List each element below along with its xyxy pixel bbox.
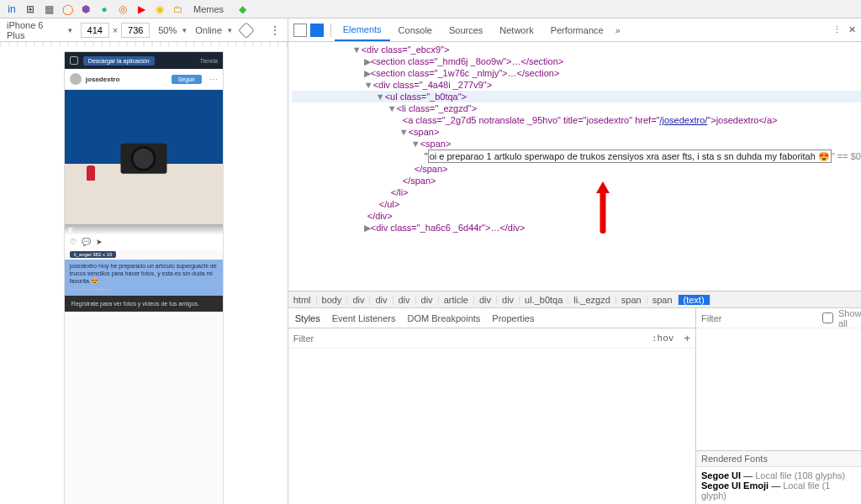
dom-node[interactable]: <div class="_4a48i _277v9"> [373, 80, 492, 90]
dom-node[interactable]: <span> [409, 127, 440, 137]
share-icon[interactable]: ➤ [96, 238, 103, 246]
dom-tree[interactable]: ▼<div class="_ebcx9"> ▶<section class="_… [288, 42, 861, 234]
dom-node[interactable]: <div class="_ebcx9"> [362, 45, 450, 55]
likes-badge[interactable]: li_angel 382 x 10 [70, 251, 116, 258]
bottom-panes: Styles Event Listeners DOM Breakpoints P… [288, 307, 861, 504]
annotation-arrow-icon [596, 175, 610, 234]
bookmark-icon[interactable]: ◯ [61, 3, 74, 16]
download-app-button[interactable]: Descargar la aplicación [83, 56, 155, 66]
tab-event-listeners[interactable]: Event Listeners [332, 313, 396, 323]
more-tabs-icon[interactable]: » [615, 25, 621, 35]
carousel-indicator-icon: ◧ [68, 226, 75, 234]
bookmark-icon[interactable]: ● [98, 3, 111, 16]
tab-properties[interactable]: Properties [492, 313, 534, 323]
bookmark-icon[interactable]: ◆ [235, 3, 249, 16]
crumb[interactable]: div [497, 295, 520, 305]
tab-sources[interactable]: Sources [441, 18, 491, 41]
kebab-icon[interactable]: ⋮ [832, 24, 842, 35]
post-header: josedextro Seguir ⋯ [65, 69, 223, 90]
close-icon[interactable]: ✕ [848, 24, 856, 35]
bookmark-icon[interactable]: in [5, 3, 18, 16]
comment-icon[interactable]: 💬 [82, 238, 91, 246]
crumb[interactable]: span [616, 295, 647, 305]
crumb[interactable]: html [288, 295, 317, 305]
devtools-pane: Elements Console Sources Network Perform… [288, 18, 861, 504]
rendered-fonts: Rendered Fonts Segoe UI — Local file (10… [696, 450, 861, 504]
hov-toggle[interactable]: :hov [652, 333, 674, 344]
bookmark-icon[interactable]: ▦ [42, 3, 55, 16]
store-link[interactable]: Tienda [200, 58, 218, 64]
bookmark-icon[interactable]: ⬢ [79, 3, 92, 16]
computed-filter-input[interactable] [701, 313, 817, 323]
username-link[interactable]: josedextro [86, 76, 119, 83]
dom-node[interactable]: </li> [391, 187, 409, 197]
dom-node[interactable]: <section class="_hmd6j _8oo9w">…</sectio… [371, 56, 563, 66]
dom-node[interactable]: <a class="_2g7d5 notranslate _95hvo" tit… [403, 115, 778, 125]
computed-pane: Show all Rendered Fonts Segoe UI — Local… [696, 308, 861, 504]
show-all-label: Show all [838, 308, 861, 328]
crumb[interactable]: ul._b0tqa [520, 295, 568, 305]
bookmark-icon[interactable]: ◎ [116, 3, 129, 16]
signup-overlay[interactable]: Regístrate para ver fotos y videos de tu… [65, 296, 223, 312]
phone-frame: Descargar la aplicación Tienda josedextr… [65, 52, 223, 504]
kebab-icon[interactable]: ⋮ [269, 24, 281, 37]
dom-node[interactable]: <section class="_1w76c _nlmjy">…</sectio… [371, 68, 560, 78]
emoji-icon: 😍 [818, 151, 830, 161]
breadcrumb[interactable]: html body div div div div article div di… [288, 291, 861, 307]
add-rule-icon[interactable]: + [684, 332, 690, 344]
tab-console[interactable]: Console [390, 18, 441, 41]
dom-node[interactable]: <ul class="_b0tqa"> [385, 92, 467, 102]
crumb[interactable]: li._ezgzd [568, 295, 615, 305]
crumb-selected[interactable]: (text) [679, 295, 710, 305]
dom-node[interactable]: <span> [420, 139, 452, 149]
tab-dom-breakpoints[interactable]: DOM Breakpoints [408, 313, 481, 323]
inspect-icon[interactable] [293, 24, 307, 37]
post-caption: josedextro Hoy he preparado un artículo … [65, 260, 223, 296]
crumb[interactable]: div [474, 295, 497, 305]
width-input[interactable] [81, 23, 109, 38]
network-select[interactable]: Online [195, 25, 232, 35]
crumb[interactable]: article [439, 295, 474, 305]
tab-performance[interactable]: Performance [542, 18, 612, 41]
crumb[interactable]: body [317, 295, 348, 305]
rendered-fonts-title: Rendered Fonts [696, 451, 861, 467]
follow-button[interactable]: Seguir [172, 75, 202, 84]
tab-styles[interactable]: Styles [295, 313, 320, 323]
bookmark-icon[interactable]: ▶ [135, 3, 148, 16]
bookmark-folder-label[interactable]: Memes [193, 4, 224, 14]
crumb[interactable]: div [416, 295, 439, 305]
font-source: Local file [783, 480, 819, 491]
image-content [87, 165, 95, 181]
bookmark-icon[interactable]: ⊞ [24, 3, 37, 16]
bookmark-icon[interactable]: ◉ [153, 3, 166, 16]
tab-elements[interactable]: Elements [335, 18, 390, 41]
device-preview-pane: iPhone 6 Plus × 50% Online ⋮ Descargar l… [0, 18, 288, 504]
dom-node[interactable]: <li class="_ezgzd"> [397, 103, 478, 113]
more-icon[interactable]: ⋯ [209, 75, 218, 84]
crumb[interactable]: span [647, 295, 679, 305]
rotate-icon[interactable] [238, 22, 255, 39]
text-edit-input[interactable]: oi e preparao 1 artkulo sperwapo de truk… [428, 150, 832, 163]
font-source: Local file [755, 470, 791, 480]
dom-node[interactable]: </ul> [379, 199, 399, 209]
dom-node[interactable]: </span> [415, 164, 448, 174]
show-all-checkbox[interactable] [822, 312, 833, 323]
ig-app-bar: Descargar la aplicación Tienda [65, 52, 223, 69]
avatar[interactable] [70, 73, 82, 85]
dom-node[interactable]: </span> [403, 176, 436, 186]
crumb[interactable]: div [370, 295, 393, 305]
device-toggle-icon[interactable] [310, 24, 324, 37]
like-icon[interactable]: ♡ [70, 238, 77, 246]
device-select[interactable]: iPhone 6 Plus [7, 20, 72, 40]
post-image[interactable] [65, 90, 223, 224]
crumb[interactable]: div [347, 295, 370, 305]
folder-icon[interactable]: 🗀 [172, 3, 185, 16]
zoom-select[interactable]: 50% [158, 25, 187, 35]
tab-network[interactable]: Network [491, 18, 541, 41]
dom-node[interactable]: <div class="_ha6c6 _6d44r">…</div> [371, 223, 526, 233]
dom-node[interactable]: </div> [367, 211, 393, 221]
styles-filter-input[interactable] [293, 333, 647, 344]
height-input[interactable] [121, 23, 150, 38]
styles-pane: Styles Event Listeners DOM Breakpoints P… [288, 308, 696, 504]
crumb[interactable]: div [394, 295, 416, 305]
